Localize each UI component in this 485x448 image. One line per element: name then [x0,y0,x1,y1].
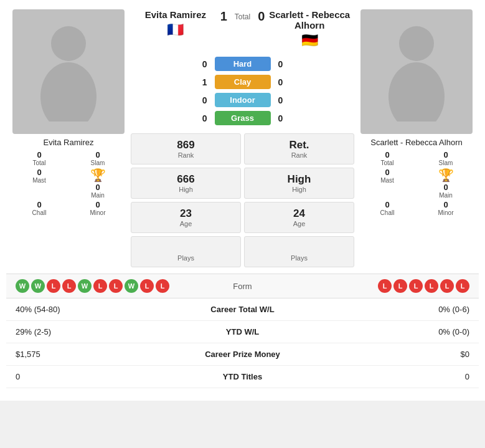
right-form-l1: L [378,279,392,293]
right-form-l6: L [456,279,469,293]
right-high-box: High High [244,168,354,199]
total-scores: 1 Total 0 [220,9,265,24]
ytd-wl-row: 29% (2-5) YTD W/L 0% (0-0) [6,321,479,343]
svg-point-0 [51,26,86,61]
svg-point-2 [399,26,434,61]
left-form-w3: W [78,279,92,293]
career-total-left: 40% (54-80) [16,305,181,314]
left-player-photo [12,9,125,134]
form-label: Form [205,282,280,291]
right-player-block: Scarlett - Rebecca Alhorn 0 Total 0 Slam… [357,9,476,270]
surface-hard-btn[interactable]: Hard [215,57,271,71]
top-section: Evita Ramirez 0 Total 0 Slam 0 Mast 🏆 0 [6,6,479,274]
right-total-score: 0 [258,9,265,24]
left-form-l1: L [47,279,60,293]
left-form-w2: W [31,279,45,293]
center-mid-stats: 869 Rank 666 High 23 Age Plays [131,133,354,267]
career-prize-left: $1,575 [16,350,181,359]
right-form-pills: L L L L L L [283,279,470,293]
right-player-photo [360,9,473,134]
left-form-w4: W [125,279,138,293]
ytd-titles-row: 0 YTD Titles 0 [6,366,479,388]
svg-point-3 [388,62,445,122]
surface-grass-btn[interactable]: Grass [215,111,271,125]
ytd-wl-right: 0% (0-0) [305,327,470,336]
right-stat-slam: 0 Slam [419,150,473,166]
total-label: Total [235,12,250,21]
left-form-l6: L [156,279,169,293]
left-form-pills: W W L L W L L W L L [16,279,202,293]
total-block: 1 Total 0 [220,9,265,24]
surface-row-indoor: 0 Indoor 0 [131,93,354,107]
career-total-right: 0% (0-6) [305,305,470,314]
right-form-l2: L [393,279,407,293]
form-section: W W L L W L L W L L Form L L L L L L [6,274,479,298]
left-form-l4: L [109,279,123,293]
left-total-score: 1 [220,9,227,24]
right-form-l4: L [425,279,438,293]
left-high-box: 666 High [131,168,241,199]
right-stat-minor: 0 Minor [419,200,473,216]
right-stat-total: 0 Total [360,150,414,166]
left-player-heading: Evita Ramirez 🇫🇷 [131,9,220,38]
career-total-label: Career Total W/L [181,305,305,314]
left-player-block: Evita Ramirez 0 Total 0 Slam 0 Mast 🏆 0 [9,9,128,270]
right-age-box: 24 Age [244,202,354,233]
left-stat-chall: 0 Chall [12,200,66,216]
right-stat-mast: 0 Mast [360,168,414,199]
right-trophy: 🏆 0 Main [419,168,473,199]
right-player-heading: Scarlett - Rebecca Alhorn 🇩🇪 [265,9,354,49]
right-stats-grid: 0 Total 0 Slam 0 Mast 🏆 0 Main 0 [357,150,476,216]
surface-clay-btn[interactable]: Clay [215,75,271,89]
ytd-titles-left: 0 [16,372,181,381]
stats-rows: 40% (54-80) Career Total W/L 0% (0-6) 29… [6,298,479,388]
center-block: Evita Ramirez 🇫🇷 1 Total 0 Scarlett - Re… [131,9,354,270]
left-plays-box: Plays [131,236,241,267]
ytd-wl-label: YTD W/L [181,327,305,336]
surface-row-clay: 1 Clay 0 [131,75,354,89]
career-prize-right: $0 [305,350,470,359]
right-plays-box: Plays [244,236,354,267]
surface-row-hard: 0 Hard 0 [131,57,354,71]
career-prize-row: $1,575 Career Prize Money $0 [6,343,479,366]
right-trophy-icon: 🏆 [438,168,454,183]
left-form-l5: L [140,279,154,293]
ytd-titles-label: YTD Titles [181,372,305,381]
left-stat-minor: 0 Minor [71,200,125,216]
right-form-l3: L [409,279,423,293]
left-stat-mast: 0 Mast [12,168,66,199]
center-top-row: Evita Ramirez 🇫🇷 1 Total 0 Scarlett - Re… [131,9,354,52]
surface-rows: 0 Hard 0 1 Clay 0 0 Indoor 0 0 Grass [131,57,354,125]
right-player-name: Scarlett - Rebecca Alhorn [370,138,462,147]
left-form-l2: L [62,279,76,293]
left-trophy-icon: 🏆 [90,168,106,183]
left-form-l3: L [93,279,107,293]
surface-row-grass: 0 Grass 0 [131,111,354,125]
right-rank-box: Ret. Rank [244,133,354,164]
left-stats-grid: 0 Total 0 Slam 0 Mast 🏆 0 Main 0 [9,150,128,216]
left-stat-slam: 0 Slam [71,150,125,166]
career-prize-label: Career Prize Money [181,350,305,359]
main-container: Evita Ramirez 0 Total 0 Slam 0 Mast 🏆 0 [0,0,485,401]
right-stat-chall: 0 Chall [360,200,414,216]
right-form-l5: L [440,279,454,293]
ytd-wl-left: 29% (2-5) [16,327,181,336]
surface-indoor-btn[interactable]: Indoor [215,93,271,107]
left-form-w1: W [16,279,29,293]
left-rank-box: 869 Rank [131,133,241,164]
svg-point-1 [40,62,97,122]
ytd-titles-right: 0 [305,372,470,381]
career-total-row: 40% (54-80) Career Total W/L 0% (0-6) [6,298,479,321]
left-stat-total: 0 Total [12,150,66,166]
left-trophy: 🏆 0 Main [71,168,125,199]
left-age-box: 23 Age [131,202,241,233]
left-player-name: Evita Ramirez [44,138,94,147]
